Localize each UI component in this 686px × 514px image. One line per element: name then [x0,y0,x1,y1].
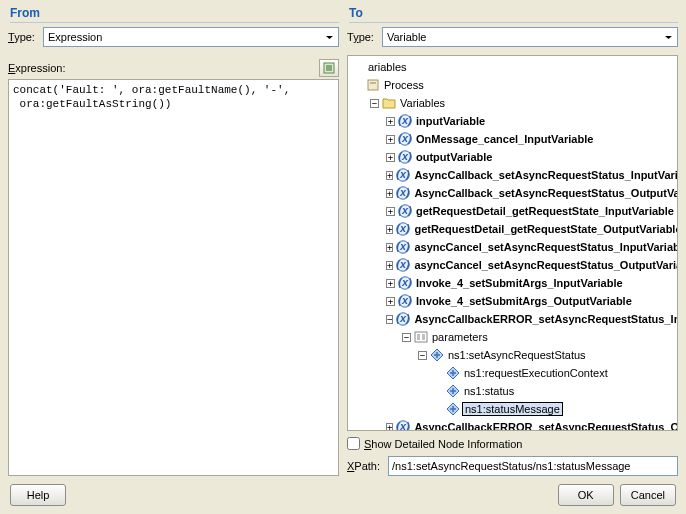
show-detailed-label: Show Detailed Node Information [364,438,522,450]
tree-node-label: AsyncCallbackERROR_setAsyncRequestStatus… [412,421,678,431]
var-icon [396,222,410,236]
tree-node[interactable]: parameters [350,328,675,346]
expand-icon[interactable] [386,153,395,162]
tree-node[interactable]: asyncCancel_setAsyncRequestStatus_InputV… [350,238,675,256]
ns-icon [430,348,444,362]
tree-node-label: AsyncCallback_setAsyncRequestStatus_Inpu… [412,169,678,181]
type-label-left: Type: [8,31,35,43]
var-icon [398,294,412,308]
show-detailed-checkbox[interactable] [347,437,360,450]
tree-node[interactable]: ns1:setAsyncRequestStatus [350,346,675,364]
tree-node[interactable]: OnMessage_cancel_InputVariable [350,130,675,148]
tree-node-label: ariables [366,61,407,73]
tree-node[interactable]: getRequestDetail_getRequestState_InputVa… [350,202,675,220]
expand-icon[interactable] [386,423,393,432]
var-icon [396,240,410,254]
collapse-icon[interactable] [402,333,411,342]
tree-node-label: asyncCancel_setAsyncRequestStatus_InputV… [412,241,678,253]
var-icon [396,420,410,431]
xpath-label: XPath: [347,460,380,472]
tree-node[interactable]: ns1:requestExecutionContext [350,364,675,382]
var-icon [398,150,412,164]
tree-node-label: getRequestDetail_getRequestState_InputVa… [414,205,674,217]
tree-node-label: AsyncCallbackERROR_setAsyncRequestStatus… [412,313,678,325]
var-icon [396,258,410,272]
tree-node-label: outputVariable [414,151,492,163]
tree-node-label: parameters [430,331,488,343]
tree-node[interactable]: AsyncCallback_setAsyncRequestStatus_Outp… [350,184,675,202]
expression-builder-icon[interactable] [319,59,339,77]
var-icon [398,204,412,218]
var-icon [398,114,412,128]
tree-node[interactable]: ns1:status [350,382,675,400]
expand-icon[interactable] [386,189,393,198]
tree-node-label: ns1:requestExecutionContext [462,367,608,379]
tree-node-label: ns1:status [462,385,514,397]
xpath-input[interactable]: /ns1:setAsyncRequestStatus/ns1:statusMes… [388,456,678,476]
var-icon [396,186,410,200]
tree-node[interactable]: inputVariable [350,112,675,130]
ns-icon [446,366,460,380]
from-type-select[interactable]: Expression [43,27,339,47]
expand-icon[interactable] [386,261,393,270]
tree-node-label: Process [382,79,424,91]
tree-node-label: inputVariable [414,115,485,127]
tree-node-label: Invoke_4_setSubmitArgs_InputVariable [414,277,623,289]
to-type-select[interactable]: Variable [382,27,678,47]
from-title: From [10,6,339,23]
tree-node[interactable]: ns1:statusMessage [350,400,675,418]
collapse-icon[interactable] [386,315,393,324]
tree-node[interactable]: getRequestDetail_getRequestState_OutputV… [350,220,675,238]
var-icon [396,168,410,182]
tree-node[interactable]: AsyncCallback_setAsyncRequestStatus_Inpu… [350,166,675,184]
var-icon [398,276,412,290]
scope-icon [366,78,380,92]
tree-node-label: AsyncCallback_setAsyncRequestStatus_Outp… [412,187,678,199]
to-title: To [349,6,678,23]
expand-icon[interactable] [386,117,395,126]
chevron-down-icon [664,33,673,42]
tree-node-label: ns1:setAsyncRequestStatus [446,349,586,361]
var-icon [396,312,410,326]
to-panel: To Type: Variable ariablesProcessVariabl… [347,4,678,476]
expand-icon[interactable] [386,207,395,216]
tree-node[interactable]: ariables [350,58,675,76]
tree-node-label: OnMessage_cancel_InputVariable [414,133,593,145]
var-icon [398,132,412,146]
expression-label: Expression: [8,62,65,74]
ns-icon [446,384,460,398]
variable-tree[interactable]: ariablesProcessVariablesinputVariableOnM… [347,55,678,431]
expand-icon[interactable] [386,279,395,288]
tree-node[interactable]: Process [350,76,675,94]
expand-icon[interactable] [386,171,393,180]
tree-node[interactable]: AsyncCallbackERROR_setAsyncRequestStatus… [350,310,675,328]
type-label-right: Type: [347,31,374,43]
param-icon [414,330,428,344]
ns-icon [446,402,460,416]
help-button[interactable]: Help [10,484,66,506]
tree-node[interactable]: Variables [350,94,675,112]
tree-node-label: asyncCancel_setAsyncRequestStatus_Output… [412,259,678,271]
tree-node[interactable]: outputVariable [350,148,675,166]
folder-icon [382,96,396,110]
expand-icon[interactable] [386,225,393,234]
collapse-icon[interactable] [418,351,427,360]
tree-node-label: Invoke_4_setSubmitArgs_OutputVariable [414,295,632,307]
tree-node-label: ns1:statusMessage [462,402,563,416]
tree-node[interactable]: Invoke_4_setSubmitArgs_InputVariable [350,274,675,292]
expression-textarea[interactable]: concat('Fault: ', ora:getFaultName(), '-… [8,79,339,476]
cancel-button[interactable]: Cancel [620,484,676,506]
tree-node-label: getRequestDetail_getRequestState_OutputV… [412,223,678,235]
from-panel: From Type: Expression Expression: concat… [8,4,339,476]
tree-node[interactable]: asyncCancel_setAsyncRequestStatus_Output… [350,256,675,274]
chevron-down-icon [325,33,334,42]
tree-node[interactable]: Invoke_4_setSubmitArgs_OutputVariable [350,292,675,310]
ok-button[interactable]: OK [558,484,614,506]
expand-icon[interactable] [386,243,393,252]
tree-node-label: Variables [398,97,445,109]
collapse-icon[interactable] [370,99,379,108]
expand-icon[interactable] [386,135,395,144]
tree-node[interactable]: AsyncCallbackERROR_setAsyncRequestStatus… [350,418,675,431]
expand-icon[interactable] [386,297,395,306]
